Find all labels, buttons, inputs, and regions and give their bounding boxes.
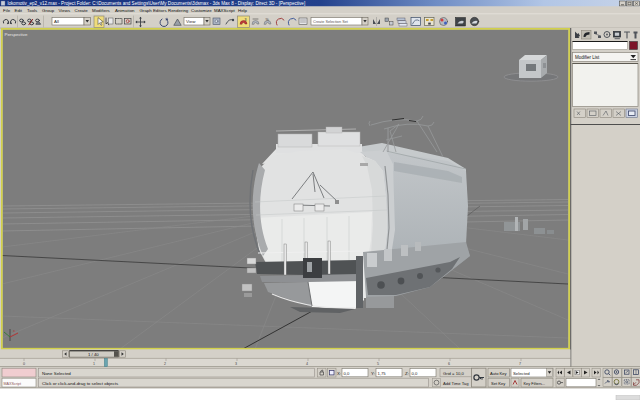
svg-text:x: x [13,328,15,333]
svg-text:None Selected: None Selected [42,371,71,376]
svg-text:File: File [3,8,11,13]
svg-text:Perspective: Perspective [5,32,28,37]
svg-text:6: 6 [448,362,450,366]
svg-text:Edit: Edit [15,8,23,13]
svg-text:Modifier List: Modifier List [575,55,600,60]
svg-text:Create: Create [75,8,89,13]
svg-text:Add Time Tag: Add Time Tag [443,381,469,386]
svg-text:Views: Views [59,8,71,13]
svg-text:Key Filters...: Key Filters... [524,381,546,386]
svg-text:X:: X: [337,371,341,376]
svg-text:5: 5 [377,362,379,366]
svg-text:Graph Editors: Graph Editors [140,8,168,13]
svg-text:Selected: Selected [513,371,530,376]
svg-text:Auto Key: Auto Key [490,371,508,376]
svg-text:Click or click-and-drag to sel: Click or click-and-drag to select object… [42,381,119,386]
svg-text:1,75: 1,75 [378,371,387,376]
svg-text:Set Key: Set Key [491,381,506,386]
svg-text:Tools: Tools [27,8,38,13]
svg-text:4: 4 [306,362,308,366]
svg-text:3: 3 [245,18,247,22]
svg-text:Customize: Customize [191,8,212,13]
svg-text:3: 3 [235,362,237,366]
svg-text:Group: Group [42,8,55,13]
svg-text:All: All [54,19,59,24]
svg-text:Rendering: Rendering [168,8,189,13]
svg-text:Grid = 10,0: Grid = 10,0 [443,371,465,376]
svg-text:0,0: 0,0 [412,371,418,376]
svg-text:Z:: Z: [405,371,409,376]
svg-text:7: 7 [519,362,521,366]
svg-text:Help: Help [238,8,248,13]
svg-text:View: View [186,19,196,24]
svg-text:MAXScript: MAXScript [214,8,236,13]
svg-text:0: 0 [23,362,25,366]
svg-text:lokomotiv_ep2_v12.max - Projec: lokomotiv_ep2_v12.max - Project Folder: … [8,1,306,6]
svg-text:1: 1 [93,362,95,366]
svg-text:MAXScript: MAXScript [4,382,21,386]
svg-text:Animation: Animation [115,8,135,13]
svg-text:2: 2 [164,362,166,366]
svg-text:1 / 40: 1 / 40 [88,352,99,357]
svg-text:Y:: Y: [371,371,375,376]
svg-text:Modifiers: Modifiers [92,8,111,13]
svg-text:0,0: 0,0 [344,371,350,376]
svg-text:Create Selection Set: Create Selection Set [313,20,349,24]
